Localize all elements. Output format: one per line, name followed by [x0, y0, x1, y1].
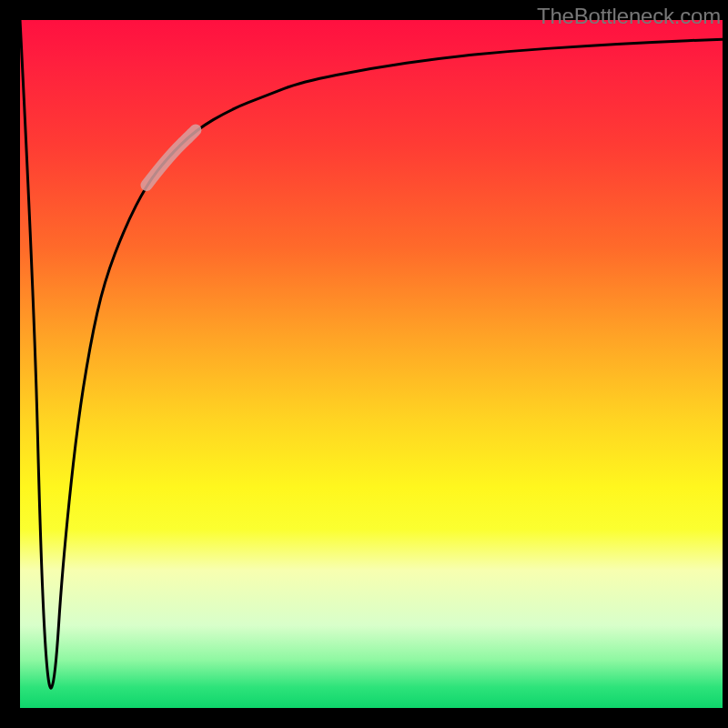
chart-container: TheBottleneck.com: [0, 0, 728, 728]
plot-area: [20, 20, 723, 708]
bottleneck-curve: [20, 20, 723, 688]
highlight-segment: [147, 130, 196, 185]
curve-svg: [20, 20, 723, 708]
watermark-text: TheBottleneck.com: [537, 4, 721, 29]
